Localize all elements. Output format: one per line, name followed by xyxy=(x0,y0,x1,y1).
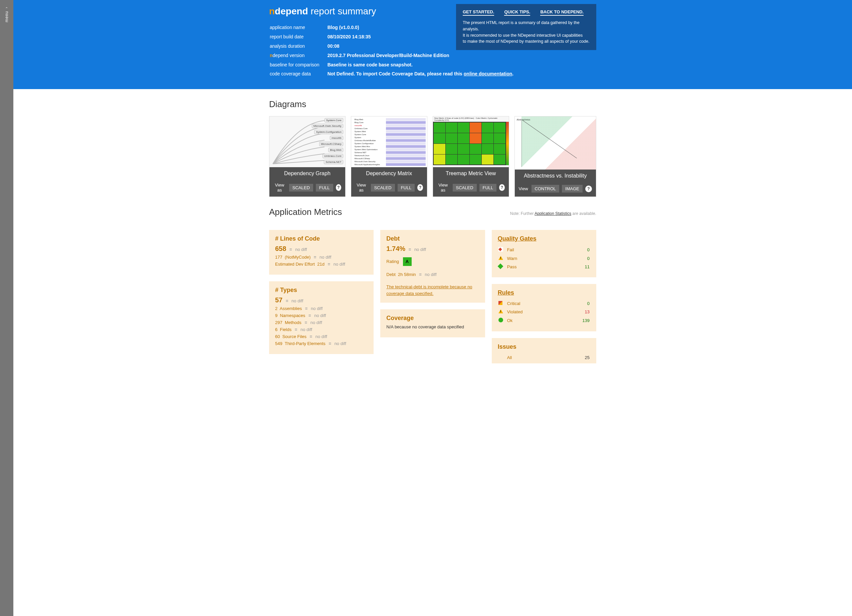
stat-row: Fail0 xyxy=(499,245,589,254)
diagram-card-treemap: Size Metric: # lines of code (LOC) (658 … xyxy=(433,116,509,197)
loc-value: 658 xyxy=(275,245,286,252)
panel-loc: # Lines of Code 658 = no diff 177 (NotMy… xyxy=(269,230,373,275)
abstractness-control-button[interactable]: CONTROL xyxy=(532,185,559,193)
types-value: 57 xyxy=(275,296,282,304)
coverage-doc-link[interactable]: online documentation xyxy=(464,71,512,77)
debt-rating-badge: A xyxy=(403,257,412,266)
diagram-card-depgraph: System.Core Microsoft.Owin.Security Syst… xyxy=(269,116,346,197)
abstractness-image-button[interactable]: IMAGE xyxy=(562,185,583,193)
treemap-scaled-button[interactable]: SCALED xyxy=(453,184,477,191)
chevron-right-icon: › xyxy=(5,7,8,8)
panel-quality-gates: Quality Gates Fail0Warn0Pass11 xyxy=(492,230,596,277)
debt-note-link[interactable]: The technical-debt is incomplete because… xyxy=(386,284,479,297)
types-row: 9 Namespaces = no diff xyxy=(275,313,367,318)
tips-box: GET STARTED. QUICK TIPS. BACK TO NDEPEND… xyxy=(456,4,596,50)
help-icon[interactable]: ? xyxy=(417,184,423,191)
panel-rules: Rules Critical0Violated13Ok139 xyxy=(492,284,596,331)
diagram-card-depmatrix: Blog.Web Blog.Core mscorlib Umbraco.Core… xyxy=(351,116,428,197)
stat-row: Ok139 xyxy=(499,316,589,325)
tips-link-getstarted[interactable]: GET STARTED. xyxy=(463,9,494,16)
panel-issues: Issues All25 xyxy=(492,338,596,363)
types-row: 2 Assemblies = no diff xyxy=(275,306,367,311)
types-row: 297 Methods = no diff xyxy=(275,320,367,325)
treemap-thumb[interactable]: Size Metric: # lines of code (LOC) (658 … xyxy=(433,116,509,167)
depmatrix-scaled-button[interactable]: SCALED xyxy=(371,184,395,191)
stat-row: Violated13 xyxy=(499,308,589,316)
coverage-data: Not Defined. To import Code Coverage Dat… xyxy=(328,70,514,78)
panel-debt: Debt 1.74% = no diff Rating A Debt 2h 58… xyxy=(380,230,485,303)
section-metrics: Application Metrics xyxy=(269,207,342,217)
depgraph-thumb[interactable]: System.Core Microsoft.Owin.Security Syst… xyxy=(269,116,345,167)
rules-link[interactable]: Rules xyxy=(498,289,514,296)
critical-icon xyxy=(499,301,503,305)
panel-coverage: Coverage N/A because no coverage data sp… xyxy=(380,309,485,337)
app-stats-link[interactable]: Application Statistics xyxy=(535,211,571,216)
depmatrix-full-button[interactable]: FULL xyxy=(397,184,415,191)
warn-icon xyxy=(499,309,503,313)
stat-row: Pass11 xyxy=(499,263,589,271)
tips-link-quicktips[interactable]: QUICK TIPS. xyxy=(504,9,530,16)
types-row: 6 Fields = no diff xyxy=(275,327,367,332)
ok-icon xyxy=(499,318,503,322)
tips-line2: It is recommended to use the NDepend int… xyxy=(463,32,589,39)
depgraph-scaled-button[interactable]: SCALED xyxy=(289,184,313,191)
help-icon[interactable]: ? xyxy=(336,184,341,191)
ndepend-version: 2019.2.7 Professional Developer/Build-Ma… xyxy=(328,51,514,60)
quality-gates-link[interactable]: Quality Gates xyxy=(498,235,536,242)
panel-types: # Types 57 = no diff 2 Assemblies = no d… xyxy=(269,281,373,354)
help-icon[interactable]: ? xyxy=(499,184,505,191)
depgraph-full-button[interactable]: FULL xyxy=(316,184,333,191)
depmatrix-thumb[interactable]: Blog.Web Blog.Core mscorlib Umbraco.Core… xyxy=(351,116,427,167)
help-icon[interactable]: ? xyxy=(585,185,592,192)
diagram-card-abstractness: Abstractness Abstractness vs. Instabilit… xyxy=(515,116,596,197)
pass-icon xyxy=(497,264,503,269)
types-row: 549 Third-Party Elements = no diff xyxy=(275,341,367,346)
warn-icon xyxy=(499,256,503,260)
header: GET STARTED. QUICK TIPS. BACK TO NDEPEND… xyxy=(14,0,852,89)
fail-icon xyxy=(499,247,503,252)
tips-line1: The present HTML report is a summary of … xyxy=(463,20,589,32)
stat-row: Warn0 xyxy=(499,255,589,262)
metrics-note: Note: Further Application Statistics are… xyxy=(510,211,596,216)
tips-line3: to make the most of NDepend by mastering… xyxy=(463,38,589,45)
menu-label: menu xyxy=(5,11,9,23)
menu-strip[interactable]: menu › xyxy=(0,0,14,363)
stat-row: All25 xyxy=(499,354,589,361)
types-row: 60 Source Files = no diff xyxy=(275,334,367,339)
debt-value: 1.74% xyxy=(386,245,405,252)
diagrams-row: System.Core Microsoft.Owin.Security Syst… xyxy=(269,116,596,197)
stat-row: Critical0 xyxy=(499,300,589,307)
baseline: Baseline is same code base snapshot. xyxy=(328,61,514,69)
abstractness-thumb[interactable]: Abstractness xyxy=(515,116,596,170)
section-diagrams: Diagrams xyxy=(269,99,596,110)
tips-link-back[interactable]: BACK TO NDEPEND. xyxy=(540,9,583,16)
treemap-full-button[interactable]: FULL xyxy=(479,184,497,191)
